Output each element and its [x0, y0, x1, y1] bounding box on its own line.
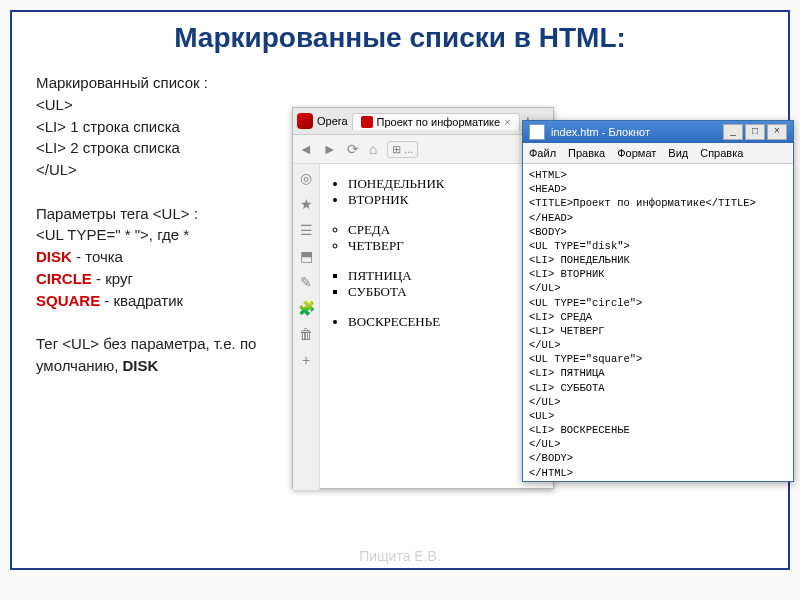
notepad-content[interactable]: <HTML> <HEAD> <TITLE>Проект по информати…: [523, 164, 793, 484]
code-line: <LI> ВТОРНИК: [529, 267, 787, 281]
trash-icon[interactable]: 🗑: [299, 326, 313, 342]
code-line: <LI> ПЯТНИЦА: [529, 366, 787, 380]
code-line: <HTML>: [529, 168, 787, 182]
code-line: </UL>: [36, 159, 286, 181]
code-line: <UL TYPE="circle">: [529, 296, 787, 310]
menu-help[interactable]: Справка: [700, 147, 743, 159]
browser-sidebar: ◎ ★ ☰ ⬒ ✎ 🧩 🗑 +: [293, 164, 320, 490]
code-line: <LI> СУББОТА: [529, 381, 787, 395]
browser-tab[interactable]: Проект по информатике ×: [352, 113, 520, 130]
home-icon[interactable]: ⌂: [369, 141, 377, 157]
code-line: <HEAD>: [529, 182, 787, 196]
close-tab-icon[interactable]: ×: [504, 116, 510, 128]
code-block: <UL> <LI> 1 строка списка <LI> 2 строка …: [36, 94, 286, 181]
reload-icon[interactable]: ⟳: [347, 141, 359, 157]
code-line: <LI> ПОНЕДЕЛЬНИК: [529, 253, 787, 267]
notepad-titlebar: index.htm - Блокнот _ □ ×: [523, 121, 793, 143]
list-item: ПОНЕДЕЛЬНИК: [348, 176, 549, 192]
list-disc: ПОНЕДЕЛЬНИК ВТОРНИК: [320, 176, 549, 208]
star-icon[interactable]: ★: [300, 196, 313, 212]
browser-content: ПОНЕДЕЛЬНИК ВТОРНИК СРЕДА ЧЕТВЕРГ ПЯТНИЦ…: [320, 164, 553, 490]
list-square: ПЯТНИЦА СУББОТА: [320, 268, 549, 300]
list-item: СРЕДА: [348, 222, 549, 238]
code-line: <TITLE>Проект по информатике</TITLE>: [529, 196, 787, 210]
left-column: Маркированный список : <UL> <LI> 1 строк…: [36, 72, 286, 377]
slide-title: Маркированные списки в HTML:: [32, 22, 768, 54]
code-line: <LI> ВОСКРЕСЕНЬЕ: [529, 423, 787, 437]
browser-window: Opera Проект по информатике × + ◄ ► ⟳ ⌂ …: [292, 107, 554, 489]
code-line: </UL>: [529, 281, 787, 295]
code-line: </UL>: [529, 395, 787, 409]
params-heading: Параметры тега <UL> :: [36, 203, 286, 225]
forward-icon[interactable]: ►: [323, 141, 337, 157]
minimize-button[interactable]: _: [723, 124, 743, 140]
code-line: <LI> 1 строка списка: [36, 116, 286, 138]
code-line: </HEAD>: [529, 211, 787, 225]
menu-edit[interactable]: Правка: [568, 147, 605, 159]
extensions-icon[interactable]: 🧩: [298, 300, 315, 316]
list-circle: СРЕДА ЧЕТВЕРГ: [320, 222, 549, 254]
code-line: <UL>: [36, 94, 286, 116]
browser-body: ◎ ★ ☰ ⬒ ✎ 🧩 🗑 + ПОНЕДЕЛЬНИК ВТОРНИК СРЕД…: [293, 164, 553, 490]
back-icon[interactable]: ◄: [299, 141, 313, 157]
notepad-menubar: Файл Правка Формат Вид Справка: [523, 143, 793, 164]
code-line: <LI> ЧЕТВЕРГ: [529, 324, 787, 338]
code-line: <UL TYPE="square">: [529, 352, 787, 366]
browser-tabbar: Opera Проект по информатике × +: [293, 108, 553, 135]
slide-frame: Маркированные списки в HTML: Маркированн…: [10, 10, 790, 570]
footer-author: Пищита Е.В.: [359, 548, 441, 564]
notes-icon[interactable]: ✎: [300, 274, 312, 290]
list-item: ЧЕТВЕРГ: [348, 238, 549, 254]
code-line: </UL>: [529, 338, 787, 352]
circle-line: CIRCLE - круг: [36, 268, 286, 290]
list-default: ВОСКРЕСЕНЬЕ: [320, 314, 549, 330]
code-line: <UL>: [529, 409, 787, 423]
notepad-title: index.htm - Блокнот: [551, 126, 650, 138]
list-item: ВТОРНИК: [348, 192, 549, 208]
bookmark-bar-icon[interactable]: ⊞ ...: [387, 141, 418, 158]
tail-text: Тег <UL> без параметра, т.е. по умолчани…: [36, 333, 286, 377]
code-line: <UL TYPE="disk">: [529, 239, 787, 253]
code-line: </HTML>: [529, 466, 787, 480]
sidebar-icon[interactable]: ◎: [300, 170, 312, 186]
downloads-icon[interactable]: ⬒: [300, 248, 313, 264]
list-heading: Маркированный список :: [36, 72, 286, 94]
maximize-button[interactable]: □: [745, 124, 765, 140]
opera-logo-icon: [297, 113, 313, 129]
code-line: </UL>: [529, 437, 787, 451]
opera-label: Opera: [317, 115, 348, 127]
notepad-window: index.htm - Блокнот _ □ × Файл Правка Фо…: [522, 120, 794, 482]
tab-label: Проект по информатике: [377, 116, 501, 128]
list-item: ПЯТНИЦА: [348, 268, 549, 284]
menu-file[interactable]: Файл: [529, 147, 556, 159]
code-line: <BODY>: [529, 225, 787, 239]
tab-favicon-icon: [361, 116, 373, 128]
list-item: ВОСКРЕСЕНЬЕ: [348, 314, 549, 330]
disk-line: DISK - точка: [36, 246, 286, 268]
browser-toolbar: ◄ ► ⟳ ⌂ ⊞ ...: [293, 135, 553, 164]
code-line: <LI> 2 строка списка: [36, 137, 286, 159]
history-icon[interactable]: ☰: [300, 222, 313, 238]
add-panel-icon[interactable]: +: [302, 352, 310, 368]
close-button[interactable]: ×: [767, 124, 787, 140]
menu-view[interactable]: Вид: [668, 147, 688, 159]
square-line: SQUARE - квадратик: [36, 290, 286, 312]
type-line: <UL TYPE=" * ">, где *: [36, 224, 286, 246]
code-line: <LI> СРЕДА: [529, 310, 787, 324]
list-item: СУББОТА: [348, 284, 549, 300]
menu-format[interactable]: Формат: [617, 147, 656, 159]
notepad-app-icon: [529, 124, 545, 140]
code-line: </BODY>: [529, 451, 787, 465]
